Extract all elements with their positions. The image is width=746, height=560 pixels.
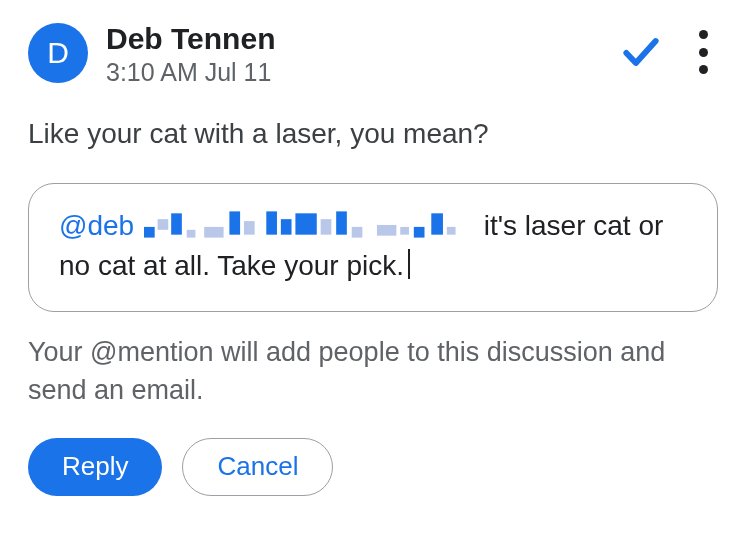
header-actions bbox=[619, 20, 718, 78]
author-block: Deb Tennen 3:10 AM Jul 11 bbox=[106, 20, 601, 87]
mention-chip: @deb bbox=[59, 210, 134, 241]
svg-rect-1 bbox=[158, 219, 169, 230]
svg-rect-14 bbox=[400, 227, 409, 235]
svg-rect-16 bbox=[431, 213, 443, 234]
svg-rect-12 bbox=[352, 227, 363, 238]
reply-button[interactable]: Reply bbox=[28, 438, 162, 496]
comment-header: D Deb Tennen 3:10 AM Jul 11 bbox=[28, 20, 718, 87]
avatar: D bbox=[28, 23, 88, 83]
author-name: Deb Tennen bbox=[106, 22, 601, 56]
svg-rect-10 bbox=[321, 219, 332, 235]
svg-rect-17 bbox=[447, 227, 456, 235]
svg-rect-7 bbox=[266, 211, 277, 234]
more-vert-icon[interactable] bbox=[695, 26, 712, 78]
svg-rect-3 bbox=[187, 229, 196, 237]
mention-note: Your @mention will add people to this di… bbox=[28, 334, 718, 410]
avatar-initial: D bbox=[47, 36, 69, 70]
reply-input[interactable]: @deb it' bbox=[28, 183, 718, 312]
svg-rect-6 bbox=[244, 221, 255, 235]
svg-rect-5 bbox=[229, 211, 240, 234]
button-row: Reply Cancel bbox=[28, 438, 718, 496]
svg-rect-13 bbox=[377, 225, 396, 236]
redacted-text bbox=[144, 209, 474, 251]
svg-rect-9 bbox=[295, 213, 316, 234]
resolve-check-icon[interactable] bbox=[619, 30, 663, 74]
comment-timestamp: 3:10 AM Jul 11 bbox=[106, 58, 601, 87]
comment-body: Like your cat with a laser, you mean? bbox=[28, 115, 718, 153]
cancel-button[interactable]: Cancel bbox=[182, 438, 333, 496]
svg-rect-8 bbox=[281, 219, 292, 235]
svg-rect-4 bbox=[204, 227, 223, 238]
svg-rect-15 bbox=[414, 227, 425, 238]
svg-rect-0 bbox=[144, 227, 155, 238]
svg-rect-11 bbox=[336, 211, 347, 234]
text-cursor bbox=[408, 249, 410, 279]
svg-rect-2 bbox=[171, 213, 182, 234]
